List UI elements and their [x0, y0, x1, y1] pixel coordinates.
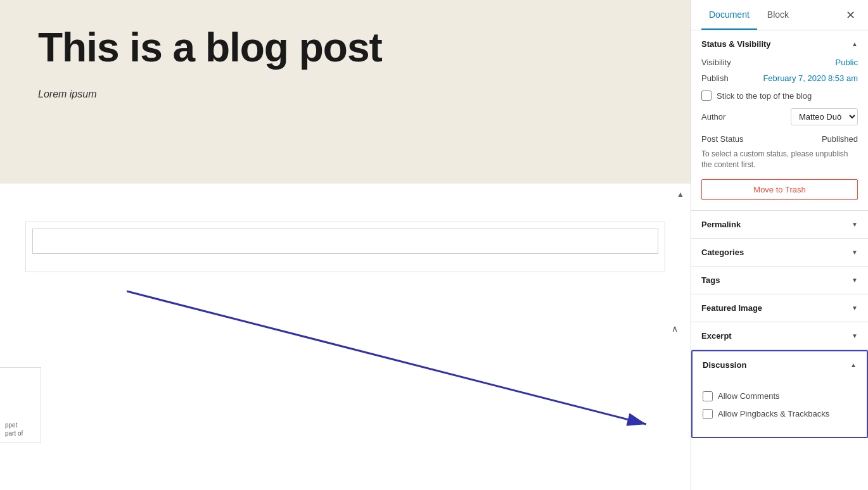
permalink-section: Permalink ▼ [691, 211, 868, 239]
categories-chevron-icon: ▼ [852, 249, 858, 256]
allow-comments-checkbox[interactable] [703, 391, 713, 401]
status-visibility-section: Status & Visibility ▲ Visibility Public … [691, 30, 868, 211]
svg-line-1 [127, 291, 646, 424]
discussion-content: Allow Comments Allow Pingbacks & Trackba… [692, 379, 867, 437]
stick-to-top-row: Stick to the top of the blog [701, 91, 858, 101]
status-hint: To select a custom status, please unpubl… [701, 149, 858, 170]
featured-image-chevron-icon: ▼ [852, 305, 858, 311]
discussion-title: Discussion [703, 360, 746, 370]
tags-section: Tags ▼ [691, 267, 868, 294]
featured-image-title: Featured Image [701, 303, 762, 313]
stick-to-top-checkbox[interactable] [701, 91, 712, 101]
post-status-label: Post Status [701, 134, 743, 144]
permalink-chevron-icon: ▼ [852, 221, 858, 228]
status-visibility-chevron-icon: ▲ [852, 41, 858, 47]
excerpt-title: Excerpt [701, 331, 732, 341]
post-status-value: Published [822, 134, 858, 144]
categories-header[interactable]: Categories ▼ [691, 239, 868, 266]
collapse-chevron-icon[interactable]: ∧ [672, 323, 678, 334]
featured-image-header[interactable]: Featured Image ▼ [691, 294, 868, 322]
discussion-section: Discussion ▲ Allow Comments Allow Pingba… [691, 350, 868, 438]
tags-title: Tags [701, 275, 720, 285]
sidebar-stub-text-1: ppet [5, 421, 35, 429]
discussion-chevron-icon: ▲ [850, 361, 857, 368]
allow-pingbacks-label: Allow Pingbacks & Trackbacks [718, 409, 829, 418]
collapse-arrow-top-icon[interactable]: ▲ [677, 190, 684, 199]
panel-tabs: Document Block ✕ [691, 0, 868, 30]
author-select[interactable]: Matteo Duò [791, 108, 858, 125]
featured-image-section: Featured Image ▼ [691, 294, 868, 322]
author-row: Author Matteo Duò [701, 108, 858, 125]
tags-chevron-icon: ▼ [852, 277, 858, 284]
content-block [25, 222, 665, 272]
permalink-header[interactable]: Permalink ▼ [691, 211, 868, 238]
visibility-value[interactable]: Public [836, 58, 858, 67]
status-visibility-content: Visibility Public Publish February 7, 20… [691, 58, 868, 210]
tags-header[interactable]: Tags ▼ [691, 267, 868, 294]
excerpt-header[interactable]: Excerpt ▼ [691, 322, 868, 349]
status-visibility-title: Status & Visibility [701, 39, 771, 49]
visibility-label: Visibility [701, 58, 731, 67]
move-to-trash-button[interactable]: Move to Trash [701, 179, 858, 200]
excerpt-section: Excerpt ▼ [691, 322, 868, 350]
allow-pingbacks-checkbox[interactable] [703, 409, 713, 419]
blog-post-title: This is a blog post [38, 25, 653, 70]
tab-block[interactable]: Block [760, 1, 796, 30]
sidebar-stub: ppet part of [0, 367, 41, 443]
categories-title: Categories [701, 248, 744, 257]
author-label: Author [701, 112, 725, 122]
status-visibility-header[interactable]: Status & Visibility ▲ [691, 30, 868, 58]
publish-value[interactable]: February 7, 2020 8:53 am [763, 73, 858, 83]
allow-comments-label: Allow Comments [718, 391, 780, 401]
close-button[interactable]: ✕ [843, 8, 858, 23]
settings-panel: Document Block ✕ Status & Visibility ▲ V… [691, 0, 868, 490]
post-status-row: Post Status Published [701, 134, 858, 144]
categories-section: Categories ▼ [691, 239, 868, 267]
stick-to-top-label: Stick to the top of the blog [717, 91, 812, 101]
tab-document[interactable]: Document [701, 1, 757, 30]
excerpt-chevron-icon: ▼ [852, 332, 858, 339]
publish-label: Publish [701, 73, 729, 83]
allow-comments-row: Allow Comments [703, 391, 857, 401]
publish-row: Publish February 7, 2020 8:53 am [701, 73, 858, 83]
discussion-header[interactable]: Discussion ▲ [692, 351, 867, 379]
permalink-title: Permalink [701, 220, 741, 229]
sidebar-stub-text-2: part of [5, 429, 35, 437]
visibility-row: Visibility Public [701, 58, 858, 67]
lorem-ipsum-text: Lorem ipsum [38, 89, 653, 100]
allow-pingbacks-row: Allow Pingbacks & Trackbacks [703, 409, 857, 419]
content-block-inner [32, 229, 658, 254]
